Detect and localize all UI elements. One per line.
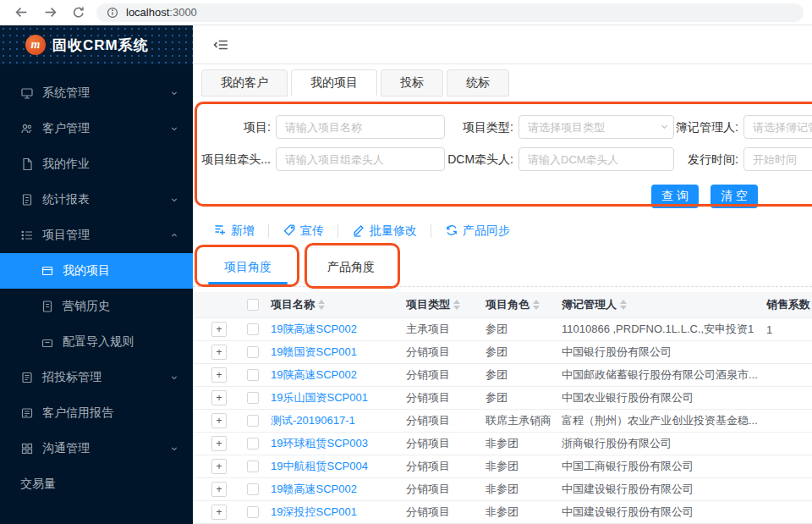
- row-checkbox[interactable]: [247, 415, 259, 427]
- expand-row-button[interactable]: +: [211, 436, 227, 451]
- product-sync-button-label: 产品同步: [463, 223, 510, 239]
- row-checkbox[interactable]: [247, 506, 259, 518]
- project-name-link[interactable]: 测试-20190617-1: [271, 413, 355, 428]
- bookrunner-cell: 中国工商银行股份有限公司: [562, 455, 765, 477]
- project-name-link[interactable]: 19深投控SCP001: [271, 505, 357, 520]
- group-lead-input[interactable]: [276, 147, 445, 171]
- batch-edit-button[interactable]: 批量修改: [352, 223, 417, 240]
- sidebar-item-project-management[interactable]: 项目管理: [0, 218, 193, 253]
- sidebar-item-communication-management[interactable]: 沟通管理: [0, 431, 193, 466]
- expand-row-button[interactable]: +: [211, 413, 227, 428]
- menu-fold-icon[interactable]: [213, 37, 228, 52]
- header-label: 项目角色: [486, 297, 529, 312]
- add-button[interactable]: 新增: [213, 223, 255, 240]
- tab-my-customers[interactable]: 我的客户: [201, 69, 288, 97]
- expand-row-button[interactable]: +: [211, 390, 227, 405]
- sidebar-item-trading-volume[interactable]: 交易量: [0, 466, 193, 502]
- row-checkbox[interactable]: [247, 438, 259, 450]
- sidebar-item-my-projects[interactable]: 我的项目: [0, 253, 193, 289]
- tab-my-projects[interactable]: 我的项目: [291, 69, 377, 97]
- sidebar-item-import-rules[interactable]: 配置导入规则: [0, 324, 193, 360]
- project-name-link[interactable]: 19环球租赁SCP003: [271, 436, 368, 451]
- header-project-role[interactable]: 项目角色: [486, 297, 540, 312]
- project-role-cell: 非参团: [486, 478, 560, 500]
- toolbar-divider: [337, 224, 338, 238]
- row-checkbox[interactable]: [247, 483, 259, 495]
- issue-time-input[interactable]: [743, 147, 812, 171]
- sidebar-item-label: 交易量: [20, 477, 56, 492]
- sidebar-item-label: 配置导入规则: [63, 334, 134, 350]
- bookrunner-cell: 富程（荆州）农业产业创业投资基金稳...: [562, 410, 765, 432]
- sidebar-item-bidding-management[interactable]: 招投标管理: [0, 360, 193, 395]
- url-port: :3000: [169, 6, 197, 19]
- row-checkbox[interactable]: [247, 323, 259, 335]
- project-name-link[interactable]: 19赣国资SCP001: [271, 345, 357, 360]
- project-role-cell: 参团: [486, 318, 560, 340]
- project-name-link[interactable]: 19乐山国资SCP001: [271, 390, 368, 405]
- refresh-icon[interactable]: [68, 3, 90, 23]
- expand-row-button[interactable]: +: [211, 505, 227, 520]
- project-type-cell: 分销项目: [406, 410, 482, 432]
- table-row: + 19赣国资SCP001 分销项目 参团 中国银行股份有限公司: [193, 341, 812, 364]
- view-tabs: 项目角度 产品角度: [193, 247, 812, 287]
- project-role-cell: 参团: [486, 341, 560, 363]
- sidebar-item-label: 营销历史: [63, 299, 110, 314]
- header-project-type[interactable]: 项目类型: [406, 297, 460, 312]
- project-name-link[interactable]: 19赣高速SCP002: [271, 482, 357, 497]
- project-input[interactable]: [276, 115, 445, 139]
- table-toolbar: 新增 宣传 批量修改 产品同步: [213, 218, 510, 244]
- header-bookrunner[interactable]: 簿记管理人: [562, 297, 627, 312]
- view-tab-product-angle[interactable]: 产品角度: [313, 256, 389, 278]
- sidebar-item-marketing-history[interactable]: 营销历史: [0, 289, 193, 324]
- tab-bidding[interactable]: 投标: [381, 69, 443, 97]
- sidebar-item-credit-report[interactable]: 客户信用报告: [0, 395, 193, 431]
- chevron-down-icon: [169, 444, 179, 454]
- expand-row-button[interactable]: +: [211, 322, 227, 337]
- project-type-cell: 分销项目: [406, 501, 482, 523]
- bookrunner-cell: 中国建设银行股份有限公司: [562, 501, 765, 523]
- product-sync-button[interactable]: 产品同步: [445, 223, 510, 240]
- bookrunner-cell: 浙商银行股份有限公司: [562, 433, 765, 455]
- header-sales-coefficient: 销售系数: [766, 297, 810, 312]
- file-icon: [20, 157, 34, 171]
- clear-button[interactable]: 清 空: [710, 185, 758, 208]
- promote-button[interactable]: 宣传: [283, 223, 324, 240]
- view-tab-project-angle[interactable]: 项目角度: [210, 256, 286, 278]
- history-icon: [41, 300, 54, 313]
- expand-row-button[interactable]: +: [211, 345, 227, 360]
- expand-row-button[interactable]: +: [211, 482, 227, 497]
- tag-icon: [283, 223, 296, 240]
- sidebar-item-label: 沟通管理: [42, 441, 90, 456]
- sidebar-item-label: 统计报表: [42, 192, 90, 207]
- row-checkbox[interactable]: [247, 346, 259, 358]
- project-name-link[interactable]: 19中航租赁SCP004: [271, 459, 368, 474]
- back-icon[interactable]: [10, 3, 32, 23]
- url-host: localhost: [126, 6, 169, 19]
- chevron-down-icon: [169, 195, 179, 205]
- address-bar[interactable]: localhost:3000: [96, 3, 804, 22]
- search-button[interactable]: 查 询: [651, 185, 699, 208]
- row-checkbox[interactable]: [247, 369, 259, 381]
- tab-syndicate[interactable]: 统标: [447, 69, 509, 97]
- project-type-cell: 分销项目: [406, 341, 482, 363]
- row-checkbox[interactable]: [247, 461, 259, 472]
- project-name-link[interactable]: 19陕高速SCP002: [271, 367, 357, 383]
- bookrunner-cell: 中国邮政储蓄银行股份有限公司酒泉市...: [562, 364, 765, 386]
- sidebar-menu: 系统管理 客户管理 我的作业 统计报表 项目管理: [0, 64, 193, 502]
- sidebar-item-my-tasks[interactable]: 我的作业: [0, 146, 193, 182]
- bookrunner-input[interactable]: [743, 115, 812, 139]
- expand-row-button[interactable]: +: [211, 459, 227, 474]
- expand-row-button[interactable]: +: [211, 367, 227, 383]
- forward-icon[interactable]: [39, 3, 61, 23]
- batch-edit-button-label: 批量修改: [370, 223, 417, 239]
- header-project-name[interactable]: 项目名称: [271, 297, 325, 312]
- project-role-cell: 联席主承销商: [486, 410, 560, 432]
- project-name-link[interactable]: 19陕高速SCP002: [271, 322, 357, 337]
- row-checkbox[interactable]: [247, 392, 259, 404]
- sidebar-item-label: 系统管理: [42, 85, 90, 101]
- bookrunner-cell: 11010866 ,PRDFNO.1L.L.C.,安申投资1: [562, 318, 765, 340]
- sidebar-item-customer-management[interactable]: 客户管理: [0, 111, 193, 146]
- select-all-checkbox[interactable]: [247, 299, 259, 311]
- sidebar-item-statistics-reports[interactable]: 统计报表: [0, 182, 193, 218]
- sidebar-item-system-management[interactable]: 系统管理: [0, 75, 193, 111]
